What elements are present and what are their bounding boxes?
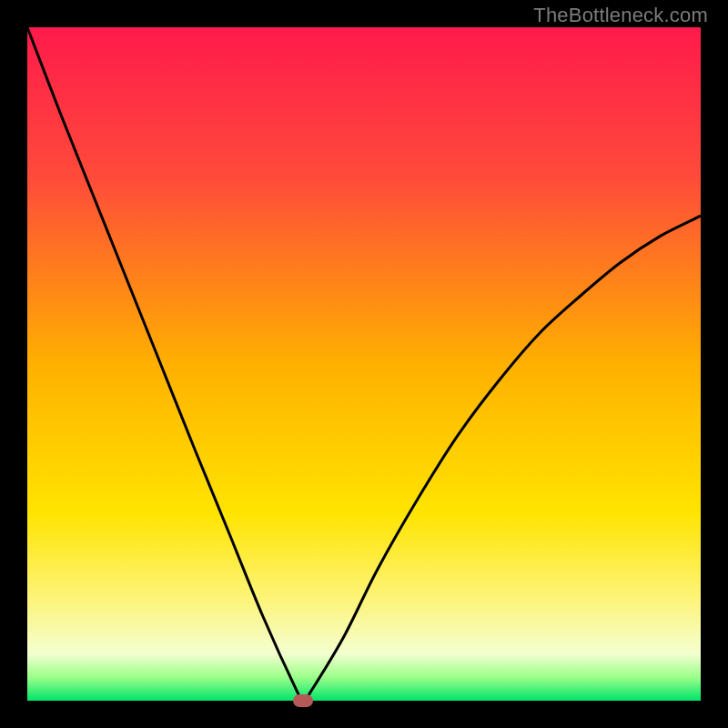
bottleneck-curve (27, 27, 701, 701)
curve-path (27, 27, 701, 701)
chart-frame: TheBottleneck.com (0, 0, 728, 728)
optimum-marker (293, 694, 313, 707)
watermark-text: TheBottleneck.com (533, 4, 708, 27)
plot-area (27, 27, 701, 701)
